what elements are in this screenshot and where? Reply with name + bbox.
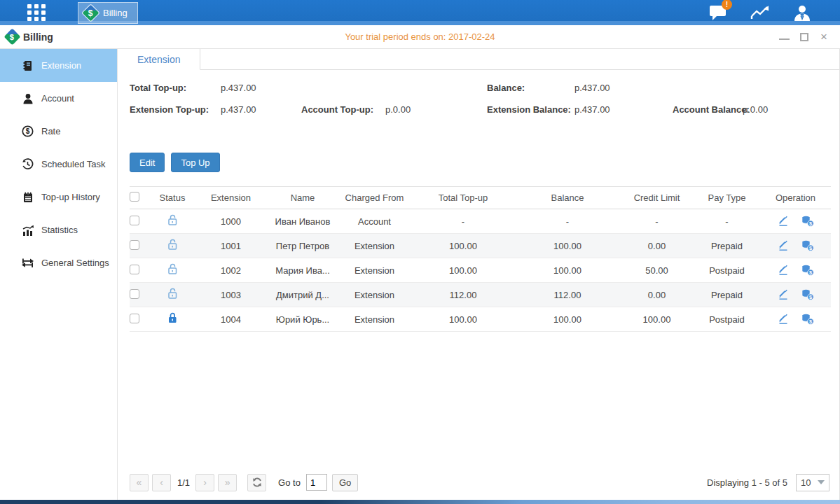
select-all-checkbox[interactable] <box>130 192 139 202</box>
edit-row-icon[interactable] <box>778 265 789 276</box>
top-up-row-icon[interactable]: $ <box>801 265 814 276</box>
table-header-row: Status Extension Name Charged From Total… <box>130 187 831 209</box>
cell-balance: 112.00 <box>515 290 620 300</box>
cell-extension: 1001 <box>194 241 268 251</box>
cell-credit-limit: - <box>620 216 694 227</box>
refresh-button[interactable] <box>247 474 266 491</box>
sidebar-item-label: Extension <box>41 60 81 71</box>
sidebar-item-topup-history[interactable]: Top-up History <box>0 181 117 214</box>
row-checkbox[interactable] <box>130 240 139 250</box>
rate-dollar-icon: $ <box>22 125 34 137</box>
tab-extension[interactable]: Extension <box>118 49 200 70</box>
cell-name: Петр Петров <box>268 241 338 251</box>
col-balance: Balance <box>515 192 620 203</box>
cell-name: Дмитрий Д... <box>268 290 338 300</box>
cell-charged-from: Extension <box>338 241 411 251</box>
extension-topup-label: Extension Top-up: <box>130 104 209 115</box>
statistics-bars-icon <box>22 225 34 236</box>
sidebar-item-scheduled-task[interactable]: Scheduled Task <box>0 148 117 181</box>
status-lock-icon[interactable] <box>167 312 179 324</box>
status-lock-icon[interactable] <box>167 288 179 300</box>
col-name: Name <box>268 192 338 203</box>
first-page-button[interactable]: « <box>130 474 149 491</box>
prev-page-button[interactable]: ‹ <box>152 474 171 491</box>
cell-balance: 100.00 <box>515 265 620 276</box>
top-app-bar: $ Billing ! <box>0 0 840 25</box>
cell-charged-from: Extension <box>338 265 411 276</box>
cell-pay-type: Prepaid <box>694 241 760 251</box>
col-pay-type: Pay Type <box>694 192 760 203</box>
edit-row-icon[interactable] <box>778 314 789 325</box>
status-lock-icon[interactable] <box>167 239 179 251</box>
extension-ledger-icon <box>22 60 34 71</box>
col-status: Status <box>151 192 194 203</box>
account-topup-label: Account Top-up: <box>301 104 373 115</box>
sidebar-item-extension[interactable]: Extension <box>0 49 117 82</box>
next-page-button[interactable]: › <box>195 474 214 491</box>
account-person-icon <box>22 93 34 104</box>
svg-text:$: $ <box>26 127 30 135</box>
status-lock-icon[interactable] <box>167 263 179 275</box>
cell-pay-type: Postpaid <box>694 265 760 276</box>
top-up-row-icon[interactable]: $ <box>801 314 814 325</box>
row-checkbox[interactable] <box>130 265 139 274</box>
main-content: Extension Total Top-up: p.437.00 Balance… <box>118 49 840 500</box>
top-up-row-icon[interactable]: $ <box>801 216 814 227</box>
top-up-row-icon[interactable]: $ <box>801 240 814 251</box>
sidebar-item-general-settings[interactable]: General Settings <box>0 246 117 279</box>
grid-icon <box>27 4 46 22</box>
statistics-topbar-button[interactable] <box>749 4 771 22</box>
open-app-tab-billing[interactable]: $ Billing <box>78 2 138 24</box>
user-account-button[interactable] <box>791 4 813 22</box>
status-lock-icon[interactable] <box>167 214 179 226</box>
edit-row-icon[interactable] <box>778 289 789 300</box>
cell-total-topup: 100.00 <box>411 265 515 276</box>
close-button[interactable]: × <box>819 32 829 42</box>
col-operation: Operation <box>760 192 831 203</box>
col-credit-limit: Credit Limit <box>620 192 694 203</box>
window-title-bar: $ Billing Your trial period ends on: 201… <box>0 25 840 49</box>
notifications-button[interactable]: ! <box>707 4 729 22</box>
top-up-row-icon[interactable]: $ <box>801 289 814 300</box>
sidebar-item-statistics[interactable]: Statistics <box>0 214 117 246</box>
sidebar-item-label: Top-up History <box>41 192 100 202</box>
table-row: 1004 Юрий Юрь... Extension 100.00 100.00… <box>130 307 831 332</box>
cell-charged-from: Extension <box>338 290 411 300</box>
sidebar-item-rate[interactable]: $ Rate <box>0 115 117 148</box>
edit-row-icon[interactable] <box>778 240 789 251</box>
pagination-bar: « ‹ 1/1 › » Go to Go Displaying 1 - 5 of… <box>118 469 839 500</box>
last-page-button[interactable]: » <box>218 474 237 491</box>
cell-name: Юрий Юрь... <box>268 314 338 325</box>
cell-total-topup: 100.00 <box>411 241 515 251</box>
cell-total-topup: 112.00 <box>411 290 515 300</box>
cell-balance: 100.00 <box>515 314 620 325</box>
minimize-button[interactable] <box>779 34 790 40</box>
chevron-down-icon <box>818 480 825 484</box>
cell-charged-from: Extension <box>338 314 411 325</box>
row-checkbox[interactable] <box>130 216 139 225</box>
sidebar-item-account[interactable]: Account <box>0 82 117 115</box>
chart-line-icon <box>750 5 770 20</box>
top-up-button[interactable]: Top Up <box>171 153 219 172</box>
extensions-table: Status Extension Name Charged From Total… <box>130 186 831 332</box>
billing-app-icon: $ <box>81 4 100 22</box>
cell-balance: 100.00 <box>515 241 620 251</box>
account-topup-value: p.0.00 <box>385 104 411 115</box>
maximize-button[interactable] <box>800 33 808 41</box>
edit-row-icon[interactable] <box>778 216 789 227</box>
notification-badge: ! <box>722 0 732 10</box>
page-size-select[interactable]: 10 <box>796 474 829 491</box>
goto-page-input[interactable] <box>306 474 327 491</box>
cell-name: Иван Иванов <box>268 216 338 227</box>
row-checkbox[interactable] <box>130 289 139 299</box>
user-icon <box>793 4 811 22</box>
app-grid-icon[interactable] <box>25 2 48 23</box>
cell-pay-type: Postpaid <box>694 314 760 325</box>
sidebar-item-label: Account <box>41 93 74 104</box>
row-checkbox[interactable] <box>130 314 139 323</box>
go-button[interactable]: Go <box>332 474 358 491</box>
edit-button[interactable]: Edit <box>130 153 165 172</box>
tab-extension-label: Extension <box>137 54 180 65</box>
cell-pay-type: - <box>694 216 760 227</box>
cell-credit-limit: 0.00 <box>620 290 694 300</box>
